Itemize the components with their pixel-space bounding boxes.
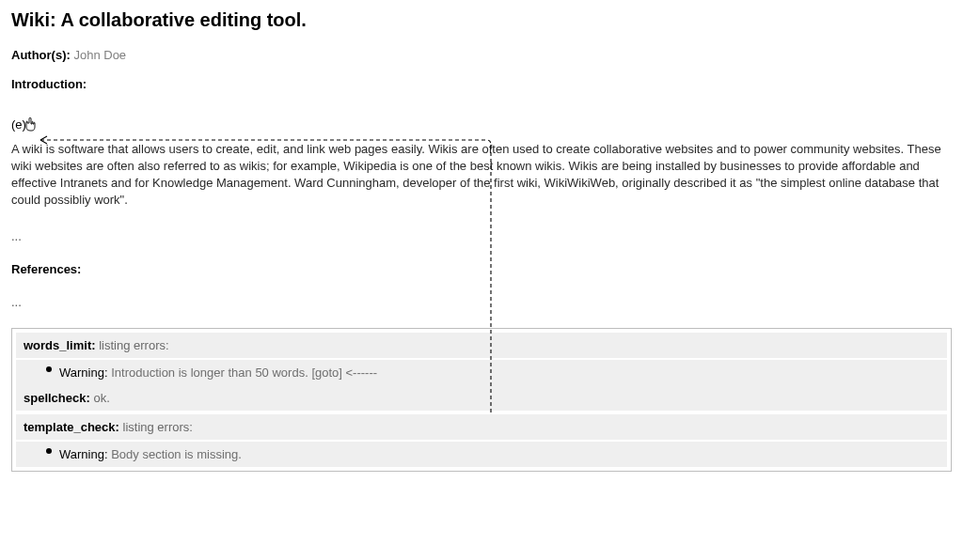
validator-words-limit: words_limit: listing errors: xyxy=(16,333,947,358)
introduction-label: Introduction: xyxy=(11,77,952,91)
callout-marker-text: (e) xyxy=(11,117,26,132)
author-value: John Doe xyxy=(73,48,126,62)
warning-label: Warning: xyxy=(59,366,108,380)
content-ellipsis-1: ... xyxy=(11,229,952,243)
warning-label: Warning: xyxy=(59,447,108,461)
pointer-cursor-icon xyxy=(25,117,39,135)
warning-text: Body section is missing. xyxy=(111,447,242,461)
validator-template-check: template_check: listing errors: xyxy=(16,414,947,440)
goto-link[interactable]: [goto] xyxy=(311,366,342,380)
bullet-icon xyxy=(46,366,52,372)
warning-template-check: Warning: Body section is missing. xyxy=(16,442,947,467)
author-row: Author(s): John Doe xyxy=(11,48,952,62)
validator-status: listing errors: xyxy=(123,420,193,434)
warning-text: Introduction is longer than 50 words. xyxy=(111,366,308,380)
validator-status: listing errors: xyxy=(99,338,168,352)
validator-spellcheck: spellcheck: ok. xyxy=(16,385,947,411)
validator-name: template_check: xyxy=(24,420,119,434)
references-label: References: xyxy=(11,262,952,276)
validators-panel: words_limit: listing errors: Warning: In… xyxy=(11,328,952,472)
callout-marker[interactable]: (e) xyxy=(11,117,952,135)
content-ellipsis-2: ... xyxy=(11,295,952,309)
validator-status: ok. xyxy=(93,391,109,405)
validator-name: words_limit: xyxy=(24,338,96,352)
warning-words-limit: Warning: Introduction is longer than 50 … xyxy=(16,360,947,385)
annotation-arrow-tail: <------ xyxy=(346,366,378,380)
author-label: Author(s): xyxy=(11,48,71,62)
page-title: Wiki: A collaborative editing tool. xyxy=(11,9,952,31)
validator-name: spellcheck: xyxy=(24,391,90,405)
bullet-icon xyxy=(46,448,52,454)
introduction-text: A wiki is software that allows users to … xyxy=(11,141,952,209)
